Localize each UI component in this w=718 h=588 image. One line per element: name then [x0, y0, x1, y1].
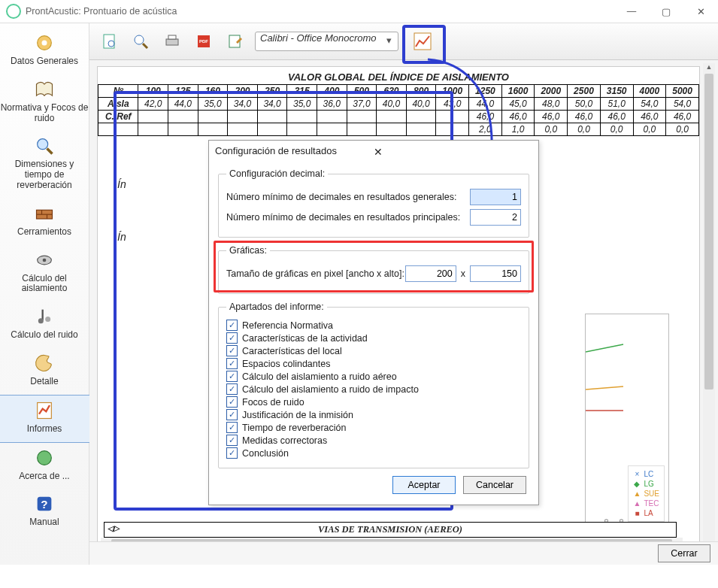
checkbox-label: Justificación de la inmisión [242, 410, 353, 420]
chart-settings-button[interactable] [411, 29, 435, 53]
sidebar-item-calculo-aislamiento[interactable]: Cálculo del aislamiento [0, 245, 90, 302]
pdf-button[interactable]: PDF [192, 29, 216, 53]
logo-icon [33, 447, 56, 468]
principal-decimals-label: Número mínimo de decimales en resultados… [226, 212, 470, 223]
printer-icon [164, 33, 180, 50]
graph-size-label: Tamaño de gráficas en pixel [ancho x alt… [226, 268, 405, 279]
sidebar-item-label: Acerca de ... [0, 471, 89, 482]
checkbox-label: Espacios colindantes [242, 359, 330, 369]
principal-decimals-input[interactable] [470, 209, 521, 226]
legend-item: SUE [633, 489, 659, 499]
legend-item: LC [633, 469, 659, 479]
sidebar-item-dimensiones[interactable]: Dimensiones y tiempo de reverberación [0, 131, 90, 198]
minimize-button[interactable]: — [614, 0, 649, 23]
chart-icon [413, 32, 432, 51]
checkbox-label: Referencia Normativa [242, 320, 333, 331]
cancel-button[interactable]: Cancelar [463, 476, 526, 494]
report-section-checkbox[interactable]: ✓Medidas correctoras [226, 435, 521, 446]
sidebar-item-acerca[interactable]: Acerca de ... [0, 443, 90, 489]
svg-text:PDF: PDF [199, 39, 208, 44]
svg-line-19 [143, 44, 147, 48]
sidebar-item-label: Cálculo del ruido [0, 330, 89, 341]
edit-button[interactable] [223, 29, 247, 53]
magnifier-icon [132, 33, 149, 50]
note-icon [33, 306, 56, 327]
sidebar-item-label: Cerramientos [0, 227, 89, 238]
table-caption: VALOR GLOBAL DEL ÍNDICE DE AISLAMIENTO [98, 70, 699, 84]
bg-text: Ín [117, 231, 126, 243]
titlebar: ProntAcustic: Prontuario de acústica — ▢… [0, 0, 718, 23]
checkbox-icon: ✓ [226, 383, 238, 395]
checkbox-icon: ✓ [226, 396, 238, 408]
zoom-button[interactable] [129, 29, 153, 53]
sidebar-item-label: Datos Generales [0, 56, 89, 67]
sidebar-item-manual[interactable]: ? Manual [0, 489, 90, 535]
apartados-fieldset: Apartados del informe: ✓Referencia Norma… [218, 302, 529, 468]
graph-height-input[interactable] [470, 265, 521, 282]
view-button[interactable] [97, 29, 121, 53]
sidebar-item-normativa[interactable]: Normativa y Focos de ruido [0, 74, 90, 132]
svg-point-11 [45, 317, 50, 322]
maximize-button[interactable]: ▢ [649, 0, 683, 23]
pdf-icon: PDF [195, 33, 212, 50]
sidebar-item-cerramientos[interactable]: Cerramientos [0, 199, 90, 245]
svg-point-18 [135, 35, 144, 44]
report-section-checkbox[interactable]: ✓Referencia Normativa [226, 320, 521, 331]
report-section-checkbox[interactable]: ✓Cálculo del aislamiento a ruido aéreo [226, 371, 521, 382]
general-decimals-input[interactable] [470, 189, 521, 205]
sidebar-item-calculo-ruido[interactable]: Cálculo del ruido [0, 302, 90, 348]
graph-by-label: x [456, 268, 470, 279]
report-section-checkbox[interactable]: ✓Justificación de la inmisión [226, 409, 521, 420]
speaker-icon [33, 250, 56, 271]
close-button[interactable]: Cerrar [658, 544, 710, 562]
gear-icon [33, 32, 56, 53]
table-corner: Nº [98, 85, 138, 98]
svg-point-2 [38, 139, 48, 150]
report-icon [33, 400, 56, 421]
legend-item: TEC [633, 499, 659, 508]
svg-rect-26 [414, 33, 431, 50]
decimal-legend: Configuración decimal: [226, 168, 328, 179]
report-section-checkbox[interactable]: ✓Cálculo del aislamiento a ruido de impa… [226, 383, 521, 395]
theme-select-value: Calibri - Office Monocromo [260, 32, 377, 44]
table-row: Aisla 42,044,035,034,034,035,036,037,040… [98, 98, 699, 111]
report-section-checkbox[interactable]: ✓Características de la actividad [226, 332, 521, 344]
window-title: ProntAcustic: Prontuario de acústica [26, 6, 614, 17]
sidebar-item-label: Manual [0, 517, 89, 528]
close-window-button[interactable]: ✕ [683, 0, 718, 23]
svg-text:?: ? [41, 498, 47, 511]
checkbox-icon: ✓ [226, 358, 238, 369]
sidebar-item-datos-generales[interactable]: Datos Generales [0, 28, 90, 74]
checkbox-icon: ✓ [226, 345, 238, 356]
app-icon [6, 4, 21, 19]
sidebar-item-informes[interactable]: Informes [0, 395, 91, 443]
report-section-checkbox[interactable]: ✓Características del local [226, 345, 521, 356]
checkbox-label: Conclusión [242, 448, 289, 459]
vertical-scrollbar[interactable]: ▲ ▼ [703, 63, 715, 553]
legend-item: LA [633, 508, 659, 518]
print-button[interactable] [160, 29, 184, 53]
checkbox-label: Medidas correctoras [242, 435, 327, 446]
checkbox-label: Características del local [242, 346, 342, 356]
accept-button[interactable]: Aceptar [392, 476, 456, 494]
report-section-checkbox[interactable]: ✓Conclusión [226, 447, 521, 459]
checkbox-icon: ✓ [226, 447, 238, 459]
report-section-checkbox[interactable]: ✓Espacios colindantes [226, 358, 521, 369]
aislamiento-table: VALOR GLOBAL DEL ÍNDICE DE AISLAMIENTO N… [98, 70, 699, 136]
table-row: 2,01,00,00,00,00,00,0 [98, 123, 699, 136]
checkbox-label: Tiempo de reverberación [242, 423, 347, 433]
graph-width-input[interactable] [405, 265, 456, 282]
report-section-checkbox[interactable]: ✓Focos de ruido [226, 396, 521, 408]
checkbox-icon: ✓ [226, 371, 238, 382]
sidebar-item-detalle[interactable]: Detalle [0, 348, 90, 395]
magnifier-icon [33, 135, 56, 156]
section-title: ◁▷ VIAS DE TRANSMISION (AEREO) [104, 522, 677, 538]
dialog-close-button[interactable]: ✕ [374, 146, 532, 156]
config-results-dialog: Configuración de resultados ✕ Configurac… [208, 140, 539, 505]
apartados-legend: Apartados del informe: [226, 302, 327, 312]
checkbox-label: Cálculo del aislamiento a ruido de impac… [242, 384, 419, 395]
checkbox-label: Características de la actividad [242, 333, 368, 344]
report-section-checkbox[interactable]: ✓Tiempo de reverberación [226, 422, 521, 433]
main-area: PDF Calibri - Office Monocromo VALOR GLO… [89, 23, 718, 565]
theme-select[interactable]: Calibri - Office Monocromo [255, 32, 398, 51]
